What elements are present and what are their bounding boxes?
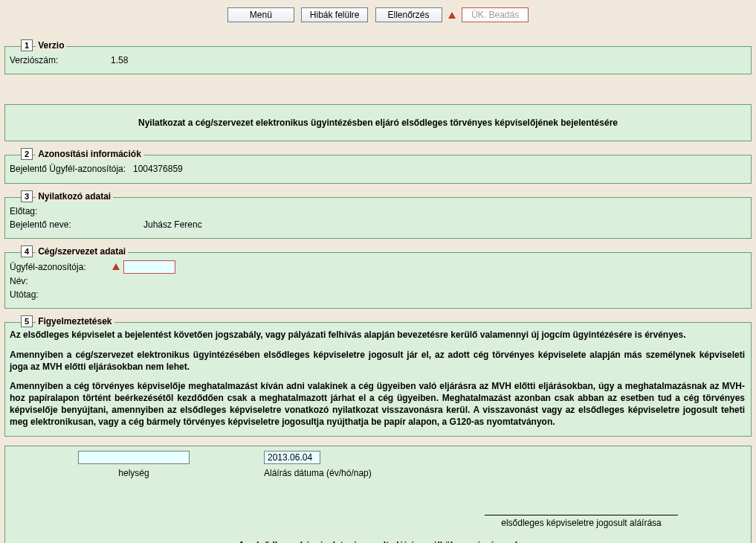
declaration-title: Nyilatkozat a cég/szervezet elektronikus… xyxy=(11,112,745,133)
place-label: helység xyxy=(78,467,190,479)
signature-line: elsődleges képviseletre jogosult aláírás… xyxy=(485,515,678,529)
signing-bottom-warning: Az elsődleges képviseletre jogosult aláí… xyxy=(11,539,745,543)
toolbar: Menü Hibák felülre Ellenőrzés ÜK. Beadás xyxy=(4,4,752,33)
warning-paragraph: Az elsődleges képviselet a bejelentést k… xyxy=(10,329,745,341)
section-warnings: 5Figyelmeztetések Az elsődleges képvisel… xyxy=(4,322,752,436)
menu-button[interactable]: Menü xyxy=(227,7,294,22)
section-legend: 3Nyilatkozó adatai xyxy=(21,190,113,202)
section-version: 1Verzio Verziószám: 1.58 xyxy=(4,46,752,74)
section-legend: 4Cég/szervezet adatai xyxy=(21,245,128,257)
version-value: 1.58 xyxy=(106,54,128,66)
submit-button: ÜK. Beadás xyxy=(462,7,529,22)
org-suffix-label: Utótag: xyxy=(10,289,106,301)
org-name-label: Név: xyxy=(10,275,106,287)
section-legend: 2Azonosítási információk xyxy=(21,148,143,160)
errors-up-button[interactable]: Hibák felülre xyxy=(301,7,368,22)
section-identification: 2Azonosítási információk Bejelentő Ügyfé… xyxy=(4,155,752,183)
section-title: Cég/szervezet adatai xyxy=(36,246,128,257)
client-id-value: 1004376859 xyxy=(129,163,183,175)
section-number: 3 xyxy=(21,190,33,202)
section-number: 1 xyxy=(21,39,33,51)
declarant-name-label: Bejelentő neve: xyxy=(10,219,106,231)
section-title: Azonosítási információk xyxy=(36,149,143,159)
warning-icon xyxy=(448,12,456,19)
declaration-title-panel: Nyilatkozat a cég/szervezet elektronikus… xyxy=(4,104,752,141)
place-column: helység xyxy=(78,451,190,479)
warning-paragraph: Amennyiben a cég törvényes képviselője m… xyxy=(10,380,745,428)
client-id-label: Bejelentő Ügyfél-azonosítója: xyxy=(10,163,129,175)
section-legend: 1Verzio xyxy=(21,39,66,51)
place-input[interactable] xyxy=(78,451,190,464)
warning-paragraph: Amennyiben a cég/szervezet elektronikus … xyxy=(10,349,745,373)
section-title: Nyilatkozó adatai xyxy=(36,191,113,202)
section-title: Figyelmeztetések xyxy=(36,316,114,327)
version-label: Verziószám: xyxy=(10,54,106,66)
section-legend: 5Figyelmeztetések xyxy=(21,315,114,327)
date-column: 2013.06.04 Aláírás dátuma (év/hó/nap) xyxy=(264,451,372,479)
date-input[interactable]: 2013.06.04 xyxy=(264,451,320,464)
declarant-name-value: Juhász Ferenc xyxy=(106,219,202,231)
date-label: Aláírás dátuma (év/hó/nap) xyxy=(264,467,372,479)
section-number: 2 xyxy=(21,148,33,160)
org-id-input[interactable] xyxy=(123,260,175,274)
section-title: Verzio xyxy=(36,40,66,51)
org-id-label: Ügyfél-azonosítója: xyxy=(10,261,106,273)
section-number: 5 xyxy=(21,315,33,327)
section-number: 4 xyxy=(21,245,33,257)
section-signing: helység 2013.06.04 Aláírás dátuma (év/hó… xyxy=(4,446,752,543)
section-organization: 4Cég/szervezet adatai Ügyfél-azonosítója… xyxy=(4,252,752,309)
warning-icon xyxy=(112,263,120,270)
section-declarant: 3Nyilatkozó adatai Előtag: Bejelentő nev… xyxy=(4,197,752,239)
check-button[interactable]: Ellenőrzés xyxy=(375,7,442,22)
prefix-label: Előtag: xyxy=(10,205,106,217)
